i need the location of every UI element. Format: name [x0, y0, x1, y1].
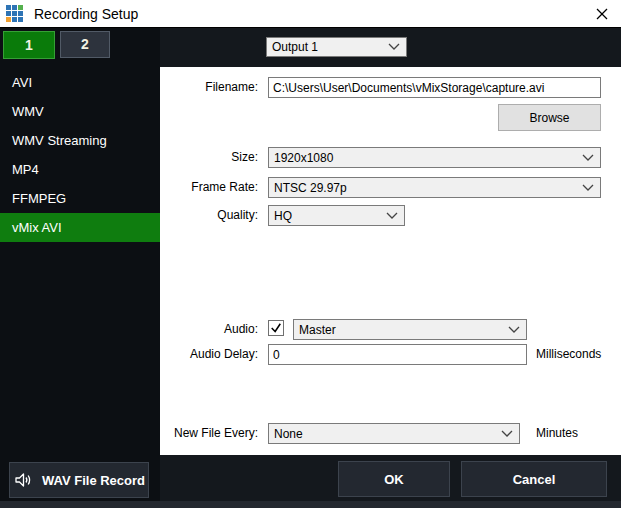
chevron-down-icon: [508, 326, 520, 334]
sidebar-item-wmv-streaming[interactable]: WMV Streaming: [0, 126, 160, 155]
settings-panel: Filename: Browse Size: 1920x1080 Frame R…: [160, 67, 621, 455]
quality-select[interactable]: HQ: [268, 205, 405, 226]
chevron-down-icon: [501, 430, 513, 438]
filename-input[interactable]: [268, 77, 601, 98]
new-file-every-label: New File Every:: [160, 423, 258, 444]
wav-file-record-label: WAV File Record: [42, 473, 145, 488]
output-select[interactable]: Output 1: [266, 37, 407, 57]
window-title: Recording Setup: [34, 0, 138, 28]
output-select-value: Output 1: [267, 40, 388, 54]
speaker-icon: [13, 470, 33, 490]
new-file-every-select[interactable]: None: [268, 423, 520, 444]
chevron-down-icon: [582, 184, 594, 192]
quality-label: Quality:: [160, 205, 258, 226]
frame-rate-label: Frame Rate:: [160, 177, 258, 198]
tab-output-2[interactable]: 2: [60, 31, 110, 58]
close-icon[interactable]: [587, 1, 617, 27]
audio-checkbox[interactable]: [268, 320, 284, 336]
size-select[interactable]: 1920x1080: [268, 147, 601, 168]
ok-button[interactable]: OK: [338, 461, 450, 497]
sidebar-item-vmix-avi[interactable]: vMix AVI: [0, 213, 160, 242]
sidebar-item-ffmpeg[interactable]: FFMPEG: [0, 184, 160, 213]
audio-delay-input[interactable]: [268, 344, 527, 365]
sidebar-item-avi[interactable]: AVI: [0, 68, 160, 97]
browse-button[interactable]: Browse: [498, 104, 601, 131]
window-bottom-edge: [0, 501, 621, 508]
chevron-down-icon: [386, 212, 398, 220]
chevron-down-icon: [582, 154, 594, 162]
titlebar: Recording Setup: [0, 0, 621, 28]
audio-delay-label: Audio Delay:: [160, 344, 258, 365]
vmix-logo-icon: [6, 5, 23, 22]
chevron-down-icon: [388, 43, 400, 51]
tab-output-1[interactable]: 1: [3, 31, 55, 59]
checkmark-icon: [270, 322, 282, 334]
format-list: AVI WMV WMV Streaming MP4 FFMPEG vMix AV…: [0, 68, 160, 242]
wav-file-record-button[interactable]: WAV File Record: [9, 462, 149, 498]
filename-label: Filename:: [160, 77, 258, 98]
frame-rate-select[interactable]: NTSC 29.97p: [268, 177, 601, 198]
cancel-button[interactable]: Cancel: [461, 461, 607, 497]
sidebar-item-mp4[interactable]: MP4: [0, 155, 160, 184]
recording-setup-dialog: Recording Setup 1 2 Output 1 AVI WMV WMV…: [0, 0, 621, 508]
sidebar-item-wmv[interactable]: WMV: [0, 97, 160, 126]
milliseconds-label: Milliseconds: [536, 344, 601, 365]
audio-label: Audio:: [160, 319, 258, 340]
audio-source-select[interactable]: Master: [293, 319, 527, 340]
size-label: Size:: [160, 147, 258, 168]
minutes-label: Minutes: [536, 423, 578, 444]
